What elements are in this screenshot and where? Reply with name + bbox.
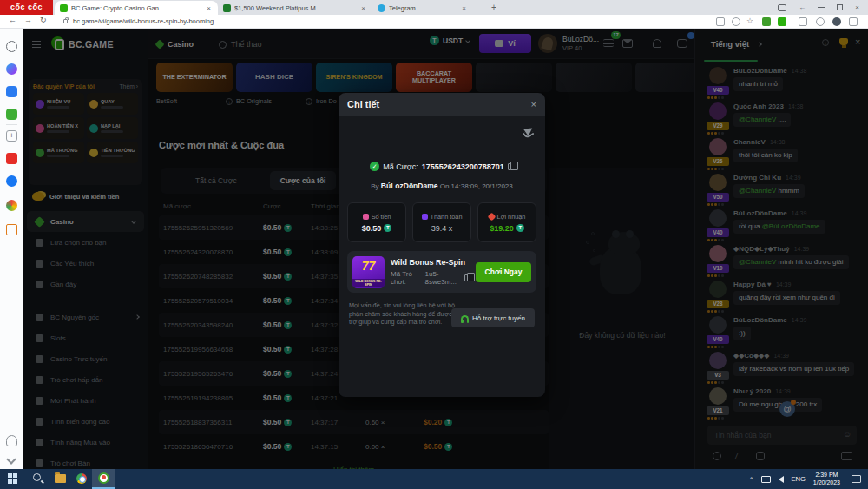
browser-tab[interactable]: BC.Game: Crypto Casino Gan× bbox=[55, 1, 218, 15]
language-indicator[interactable]: ENG bbox=[792, 475, 806, 483]
bookmark-star-icon[interactable]: ☆ bbox=[746, 17, 753, 25]
bet-stats: Số tiền $0.50T Thanh toán 39.4 x Lợi nhu… bbox=[347, 202, 536, 242]
verified-check-icon: ✓ bbox=[370, 162, 379, 171]
reload-icon[interactable]: ↻ bbox=[40, 16, 47, 24]
bet-details-modal: Chi tiết × ✓ Mã Cược: 175552624320078870… bbox=[339, 93, 545, 397]
stat-payout: Thanh toán 39.4 x bbox=[412, 202, 471, 242]
zalo-icon[interactable] bbox=[6, 86, 17, 97]
usdt-coin-icon: T bbox=[516, 224, 524, 232]
share-icon[interactable] bbox=[732, 17, 740, 26]
collapse-chevron-icon[interactable] bbox=[6, 454, 16, 464]
tab-close-icon[interactable]: × bbox=[205, 4, 213, 12]
modal-close-icon[interactable]: × bbox=[531, 99, 536, 109]
coccoc-shield-icon[interactable] bbox=[762, 17, 771, 26]
start-button[interactable] bbox=[8, 473, 18, 484]
bet-id-line: ✓ Mã Cược: 1755526243200788701 bbox=[339, 162, 545, 171]
profit-icon bbox=[487, 212, 496, 221]
coccoc-store-icon[interactable] bbox=[6, 200, 17, 211]
tab-title: BC.Game: Crypto Casino Gan bbox=[71, 4, 201, 12]
share-forward-icon[interactable] bbox=[523, 124, 535, 135]
bet-datetime: 14:38:09, 20/1/2023 bbox=[451, 182, 513, 190]
game-card: 77 WILD BONUS RE-SPIN Wild Bonus Re-Spin… bbox=[347, 251, 536, 293]
game-name: Wild Bonus Re-Spin bbox=[391, 258, 470, 267]
messenger-icon[interactable] bbox=[6, 63, 17, 75]
browser-avatar-icon[interactable] bbox=[832, 17, 841, 26]
forward-icon[interactable]: → bbox=[24, 16, 32, 24]
extensions-puzzle-icon[interactable] bbox=[799, 17, 807, 26]
bet-id-value: 1755526243200788701 bbox=[422, 162, 504, 171]
new-tab-button[interactable]: + bbox=[488, 2, 500, 14]
coccoc-side-rail: + bbox=[0, 29, 23, 469]
stat-amount: Số tiền $0.50T bbox=[347, 202, 406, 242]
address-bar[interactable]: bc.game/vi/game/wild-bonus-re-spin-by-bo… bbox=[73, 17, 214, 27]
tab-search-icon[interactable] bbox=[778, 4, 786, 11]
browser-tab-strip-bar: cốc cốc BC.Game: Crypto Casino Gan×$1,50… bbox=[0, 0, 868, 15]
system-tray: ^ ENG 2:39 PM 1/20/2023 bbox=[750, 469, 868, 489]
network-icon[interactable] bbox=[761, 476, 771, 483]
amount-icon bbox=[363, 214, 369, 220]
player-name[interactable]: BúLozDönDame bbox=[381, 182, 438, 190]
browser-tab[interactable]: Telegram× bbox=[372, 1, 473, 15]
chrome-icon[interactable] bbox=[76, 473, 87, 484]
modal-body: ✓ Mã Cược: 1755526243200788701 By BúLozD… bbox=[339, 116, 545, 397]
downloads-tray-icon[interactable] bbox=[849, 17, 858, 26]
add-app-icon[interactable]: + bbox=[6, 130, 17, 142]
telegram-favicon bbox=[378, 4, 385, 12]
cart-icon[interactable] bbox=[6, 224, 17, 235]
windows-taskbar: ^ ENG 2:39 PM 1/20/2023 bbox=[0, 469, 868, 489]
stat-profit: Lợi nhuận $19.20T bbox=[477, 202, 536, 242]
copy-icon[interactable] bbox=[464, 274, 470, 281]
bet-id-label: Mã Cược: bbox=[383, 162, 418, 171]
maximize-button[interactable] bbox=[837, 4, 843, 10]
modal-header: Chi tiết × bbox=[339, 93, 545, 116]
live-support-button[interactable]: Hỗ trợ trực tuyến bbox=[451, 308, 535, 327]
tab-title: $1,500 Weekend Platipus M... bbox=[234, 4, 356, 12]
back-icon[interactable]: ← bbox=[9, 16, 16, 24]
tray-caret-icon[interactable]: ^ bbox=[750, 475, 753, 483]
tab-close-icon[interactable]: × bbox=[359, 4, 367, 12]
action-center-icon[interactable] bbox=[852, 475, 861, 483]
back-pin-icon[interactable]: ← bbox=[799, 0, 806, 15]
usdt-coin-icon: T bbox=[384, 224, 391, 232]
promo-favicon bbox=[223, 4, 231, 12]
headphone-icon bbox=[461, 315, 469, 320]
profile-people-icon[interactable] bbox=[816, 17, 825, 26]
help-text: Mọi vấn đề, xin vui lòng liên hệ với bộ … bbox=[349, 301, 455, 327]
modal-title: Chi tiết bbox=[347, 99, 379, 109]
bcgame-favicon bbox=[60, 4, 68, 12]
browser-toolbar: ← → ↻ bc.game/vi/game/wild-bonus-re-spin… bbox=[0, 15, 868, 29]
payout-icon bbox=[422, 214, 428, 220]
window-controls: ← × bbox=[778, 0, 868, 15]
history-clock-icon[interactable] bbox=[6, 41, 17, 52]
bet-byline: By BúLozDönDame On 14:38:09, 20/1/2023 bbox=[339, 182, 545, 190]
taskbar-clock[interactable]: 2:39 PM 1/20/2023 bbox=[813, 472, 840, 486]
coccoc-brand-logo[interactable]: cốc cốc bbox=[0, 0, 53, 15]
screen: cốc cốc BC.Game: Crypto Casino Gan×$1,50… bbox=[0, 0, 868, 489]
game-thumbnail[interactable]: 77 WILD BONUS RE-SPIN bbox=[352, 256, 385, 288]
facebook-icon[interactable] bbox=[6, 175, 17, 187]
notification-bell-icon[interactable] bbox=[6, 435, 17, 446]
ssl-lock-icon[interactable] bbox=[63, 19, 68, 23]
copy-icon[interactable] bbox=[508, 163, 514, 170]
tab-title: Telegram bbox=[389, 4, 457, 12]
speaker-icon[interactable] bbox=[779, 476, 784, 483]
taskbar-search-icon[interactable] bbox=[33, 473, 41, 481]
file-explorer-icon[interactable] bbox=[55, 474, 66, 483]
youtube-icon[interactable] bbox=[6, 153, 17, 164]
rail-divider bbox=[6, 124, 17, 125]
download-plus-icon[interactable] bbox=[716, 17, 725, 26]
coccoc-taskbar-icon[interactable] bbox=[98, 472, 109, 484]
gamepad-icon[interactable] bbox=[6, 109, 17, 120]
close-button[interactable]: × bbox=[855, 0, 859, 15]
minimize-button[interactable] bbox=[818, 7, 825, 8]
tab-close-icon[interactable]: × bbox=[460, 4, 468, 12]
download-manager-icon[interactable] bbox=[778, 17, 786, 26]
game-code: 1u5-8swe3m... bbox=[424, 270, 461, 286]
browser-tab[interactable]: $1,500 Weekend Platipus M...× bbox=[218, 1, 372, 15]
browser-tab-strip: BC.Game: Crypto Casino Gan×$1,500 Weeken… bbox=[55, 1, 473, 15]
play-now-button[interactable]: Chơi Ngay bbox=[476, 262, 531, 282]
